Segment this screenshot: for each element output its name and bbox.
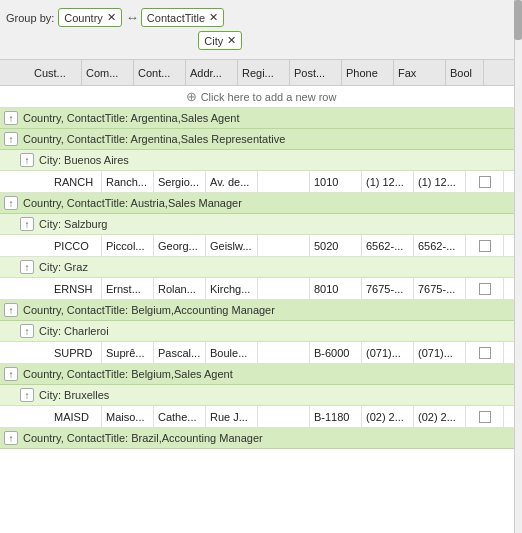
main-container: Group by: Country ✕ ↔ ContactTitle ✕ Cit… [0,0,522,533]
checkbox-1[interactable] [479,240,491,252]
group-row-country-0[interactable]: ↑ Country, ContactTitle: Argentina,Sales… [0,108,522,129]
cell-3-bool[interactable] [466,342,504,363]
column-header-row: Cust... Com... Cont... Addr... Regi... P… [0,60,522,86]
table-row-2[interactable]: ERNSH Ernst... Rolan... Kirchg... 8010 7… [0,278,522,300]
table-row-3[interactable]: SUPRD Suprê... Pascal... Boule... B-6000… [0,342,522,364]
group-city-label-3: City: Charleroi [39,325,109,337]
col-header-addr[interactable]: Addr... [186,60,238,85]
cell-1-cont: Georg... [154,235,206,256]
cell-3-regi [258,342,310,363]
col-header-fax[interactable]: Fax [394,60,446,85]
add-row-text: Click here to add a new row [201,91,337,103]
group-chip-city[interactable]: City ✕ [198,31,242,50]
chip-contacttitle-label: ContactTitle [147,12,205,24]
group-country-label-5: Country, ContactTitle: Brazil,Accounting… [23,432,263,444]
col-header-cust[interactable]: Cust... [30,60,82,85]
group-chips-row: Country ✕ ↔ ContactTitle ✕ [58,8,242,27]
group-country-label-0: Country, ContactTitle: Argentina,Sales A… [23,112,239,124]
col-header-cont[interactable]: Cont... [134,60,186,85]
groupby-label: Group by: [6,12,54,24]
expand-icon-0[interactable]: ↑ [4,111,18,125]
cell-3-cont: Pascal... [154,342,206,363]
chip-contacttitle-close[interactable]: ✕ [209,11,218,24]
scrollbar-thumb[interactable] [514,0,522,40]
group-chip-country[interactable]: Country ✕ [58,8,122,27]
group-city-label-2: City: Graz [39,261,88,273]
cell-4-addr: Rue J... [206,406,258,427]
cell-2-bool[interactable] [466,278,504,299]
group-country-label-4: Country, ContactTitle: Belgium,Sales Age… [23,368,233,380]
cell-4-fax: (02) 2... [414,406,466,427]
expand-icon-city-2[interactable]: ↑ [20,260,34,274]
cell-3-post: B-6000 [310,342,362,363]
expand-icon-3[interactable]: ↑ [4,303,18,317]
cell-4-cont: Cathe... [154,406,206,427]
col-header-post[interactable]: Post... [290,60,342,85]
group-city-label-1: City: Salzburg [39,218,107,230]
expand-icon-city-0[interactable]: ↑ [20,153,34,167]
col-header-bool[interactable]: Bool [446,60,484,85]
group-row-city-0[interactable]: ↑ City: Buenos Aires [0,150,522,171]
groupby-bar: Group by: Country ✕ ↔ ContactTitle ✕ Cit… [0,0,522,60]
cell-0-com: Ranch... [102,171,154,192]
cell-4-phone: (02) 2... [362,406,414,427]
table-row-4[interactable]: MAISD Maiso... Cathe... Rue J... B-1180 … [0,406,522,428]
add-row-icon: ⊕ [186,89,197,104]
cell-1-com: Piccol... [102,235,154,256]
chip-city-close[interactable]: ✕ [227,34,236,47]
cell-2-com: Ernst... [102,278,154,299]
data-body[interactable]: ↑ Country, ContactTitle: Argentina,Sales… [0,108,522,533]
chip-city-label: City [204,35,223,47]
group-row-city-4[interactable]: ↑ City: Bruxelles [0,385,522,406]
cell-0-post: 1010 [310,171,362,192]
table-row-1[interactable]: PICCO Piccol... Georg... Geislw... 5020 … [0,235,522,257]
cell-2-fax: 7675-... [414,278,466,299]
scrollbar-track[interactable] [514,0,522,533]
table-row-0[interactable]: RANCH Ranch... Sergio... Av. de... 1010 … [0,171,522,193]
group-country-label-3: Country, ContactTitle: Belgium,Accountin… [23,304,275,316]
group-row-city-2[interactable]: ↑ City: Graz [0,257,522,278]
col-header-regi[interactable]: Regi... [238,60,290,85]
cell-1-phone: 6562-... [362,235,414,256]
cell-2-phone: 7675-... [362,278,414,299]
cell-3-fax: (071)... [414,342,466,363]
group-city-label-4: City: Bruxelles [39,389,109,401]
cell-2-cont: Rolan... [154,278,206,299]
chip-country-close[interactable]: ✕ [107,11,116,24]
cell-1-bool[interactable] [466,235,504,256]
col-header-phone[interactable]: Phone [342,60,394,85]
group-country-label-2: Country, ContactTitle: Austria,Sales Man… [23,197,242,209]
group-row-city-1[interactable]: ↑ City: Salzburg [0,214,522,235]
expand-icon-4[interactable]: ↑ [4,367,18,381]
cell-0-bool[interactable] [466,171,504,192]
cell-1-addr: Geislw... [206,235,258,256]
expand-icon-5[interactable]: ↑ [4,431,18,445]
checkbox-0[interactable] [479,176,491,188]
group-row-country-1[interactable]: ↑ Country, ContactTitle: Argentina,Sales… [0,129,522,150]
checkbox-2[interactable] [479,283,491,295]
group-row-country-2[interactable]: ↑ Country, ContactTitle: Austria,Sales M… [0,193,522,214]
expand-icon-city-3[interactable]: ↑ [20,324,34,338]
expand-icon-city-4[interactable]: ↑ [20,388,34,402]
cell-4-post: B-1180 [310,406,362,427]
group-row-country-5[interactable]: ↑ Country, ContactTitle: Brazil,Accounti… [0,428,522,449]
cell-3-phone: (071)... [362,342,414,363]
group-row-country-4[interactable]: ↑ Country, ContactTitle: Belgium,Sales A… [0,364,522,385]
cell-4-com: Maiso... [102,406,154,427]
cell-4-bool[interactable] [466,406,504,427]
group-country-label-1: Country, ContactTitle: Argentina,Sales R… [23,133,285,145]
expand-icon-city-1[interactable]: ↑ [20,217,34,231]
group-row-city-3[interactable]: ↑ City: Charleroi [0,321,522,342]
add-row[interactable]: ⊕ Click here to add a new row [0,86,522,108]
cell-3-addr: Boule... [206,342,258,363]
cell-1-fax: 6562-... [414,235,466,256]
expand-icon-2[interactable]: ↑ [4,196,18,210]
checkbox-4[interactable] [479,411,491,423]
cell-4-cust: MAISD [50,406,102,427]
checkbox-3[interactable] [479,347,491,359]
expand-icon-1[interactable]: ↑ [4,132,18,146]
col-header-com[interactable]: Com... [82,60,134,85]
group-row-country-3[interactable]: ↑ Country, ContactTitle: Belgium,Account… [0,300,522,321]
group-chip-contacttitle[interactable]: ContactTitle ✕ [141,8,224,27]
cell-0-phone: (1) 12... [362,171,414,192]
